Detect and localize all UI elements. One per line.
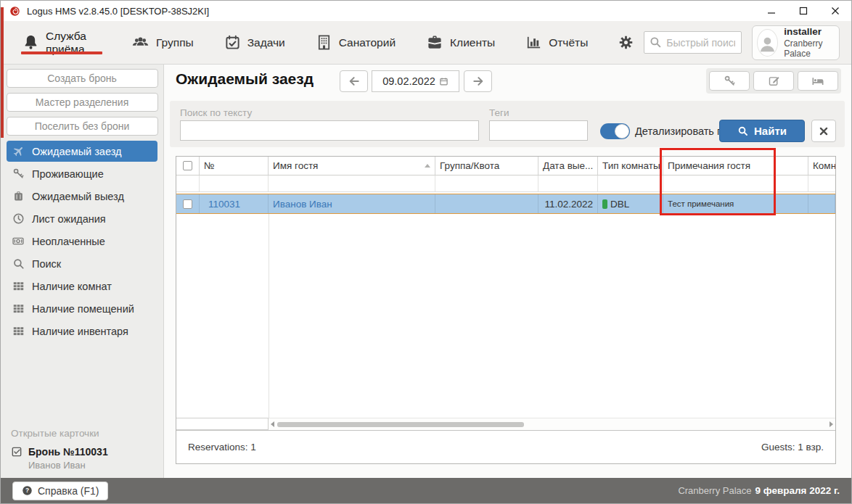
sidebar-item-room-availability[interactable]: Наличие комнат [1,275,163,297]
window-edge-accent [1,7,4,138]
filter-cell[interactable] [808,175,835,191]
clock-icon [12,212,25,225]
grid-icon [12,280,25,292]
next-day-button[interactable] [464,70,492,92]
sort-asc-icon [425,164,430,168]
filter-cell[interactable] [269,175,435,191]
split-wizard-button[interactable]: Мастер разделения [7,93,158,112]
nav-tab-groups[interactable]: Группы [131,21,194,64]
date-field[interactable]: 09.02.2022 [372,70,459,92]
column-header-checkout-date[interactable]: Дата вые... [538,157,598,175]
detail-by-guest-toggle[interactable] [600,123,630,139]
toggle-knob [615,124,629,139]
column-header-room-type[interactable]: Тип комнаты [598,157,663,175]
sidebar-item-premises-availability[interactable]: Наличие помещений [1,297,163,320]
sidebar-item-search[interactable]: Поиск [1,252,163,275]
nav-tab-clients[interactable]: Клиенты [426,21,495,64]
filter-panel: Поиск по тексту Теги Детализировать по г… [170,101,845,147]
guests-count: Guests: 1 взр. [761,442,824,453]
filter-cell[interactable] [200,175,269,191]
table-status-bar: Reservations: 1 Guests: 1 взр. [176,430,835,463]
row-select-cell [176,194,200,213]
checkin-button[interactable] [798,71,838,91]
horizontal-scrollbar[interactable] [269,418,835,430]
scroll-left-icon[interactable] [271,421,274,427]
filter-cell[interactable] [663,175,808,191]
help-button[interactable]: ? Справка (F1) [12,482,108,500]
sidebar: Создать бронь Мастер разделения Поселить… [1,65,164,478]
arrivals-table: № Имя гостя Группа/Квота Дата вые... Тип… [176,156,836,464]
filter-cell[interactable] [176,175,200,191]
arrow-right-icon [472,75,485,88]
room-type-value: DBL [610,199,629,210]
sidebar-item-unpaid[interactable]: Неоплаченные [1,230,163,252]
nav-tab-label: Группы [156,36,194,49]
svg-text:?: ? [25,487,29,494]
keys-button[interactable] [709,71,750,91]
scroll-right-icon[interactable] [830,421,833,427]
settings-gear-icon[interactable] [618,35,634,50]
open-card-booking[interactable]: Бронь №110031 Иванов Иван [1,446,163,471]
column-header-room[interactable]: Комна [808,157,835,175]
minimize-icon[interactable] [755,1,787,21]
sidebar-item-waiting-list[interactable]: Лист ожидания [1,207,163,230]
window-title: Logus HMS v2.8.45.0 [DESKTOP-38SJ2KI] [27,6,209,17]
find-button[interactable]: Найти [719,120,805,142]
filter-cell[interactable] [435,175,538,191]
main-content: Ожидаемый заезд 09.02.2022 [164,65,851,478]
row-checkbox[interactable] [183,199,192,209]
scroll-thumb[interactable] [277,422,524,427]
sidebar-item-inventory-availability[interactable]: Наличие инвентаря [1,320,163,342]
nav-tab-reports[interactable]: Отчёты [525,21,588,64]
nav-tab-label: Санаторий [339,36,396,49]
row-room-cell [808,194,835,213]
sidebar-item-residents[interactable]: Проживающие [1,162,163,185]
checked-card-icon [11,446,22,458]
nav-tab-sanatorium[interactable]: Санаторий [316,21,396,64]
calendar-check-icon [224,34,241,51]
table-row[interactable]: 110031 Иванов Иван 11.02.2022 DBL Тест п… [176,194,835,214]
sidebar-item-expected-departure[interactable]: Ожидаемый выезд [1,185,163,207]
nav-tab-tasks[interactable]: Задачи [224,21,285,64]
filter-cell[interactable] [598,175,663,191]
sidebar-item-label: Наличие инвентаря [32,326,128,337]
create-booking-button[interactable]: Создать бронь [7,69,158,88]
edit-button[interactable] [753,71,794,91]
maximize-icon[interactable] [787,1,819,21]
table-filter-row [176,175,835,192]
column-header-guest[interactable]: Имя гостя [269,157,435,175]
prev-day-button[interactable] [340,70,368,92]
table-header-row: № Имя гостя Группа/Квота Дата вые... Тип… [176,157,835,175]
plane-icon [12,145,25,157]
select-all-checkbox[interactable] [183,161,192,170]
room-type-tag [602,199,607,209]
row-checkout-cell: 11.02.2022 [538,194,598,213]
row-number-cell: 110031 [200,194,269,213]
sidebar-item-label: Наличие комнат [32,281,112,292]
tags-input[interactable] [489,120,588,141]
nav-tab-reception[interactable]: Служба приёма [22,21,101,64]
column-header-group[interactable]: Группа/Квота [435,157,538,175]
toolbar [706,68,841,94]
row-group-cell [435,194,538,213]
search-icon [12,257,25,270]
quick-search [644,31,742,54]
bar-chart-icon [525,34,542,51]
column-header-guest-notes[interactable]: Примечания гостя [663,157,808,175]
open-cards-heading: Открытые карточки [1,428,163,446]
column-header-number[interactable]: № [200,157,269,175]
filter-cell[interactable] [538,175,598,191]
banknote-icon [12,235,25,247]
clear-filter-button[interactable] [811,120,836,142]
user-card[interactable]: installer Cranberry Palace [752,25,840,60]
arrow-left-icon [348,75,361,88]
close-icon[interactable] [819,1,851,21]
clear-x-icon [819,126,829,136]
sidebar-item-expected-arrival[interactable]: Ожидаемый заезд [7,141,157,162]
sidebar-item-label: Ожидаемый выезд [32,191,124,202]
frozen-pane-divider [269,214,269,418]
search-icon [737,125,748,136]
text-search-input[interactable] [180,120,479,141]
reservations-count: Reservations: 1 [188,442,256,453]
checkin-without-booking-button[interactable]: Поселить без брони [7,117,158,136]
